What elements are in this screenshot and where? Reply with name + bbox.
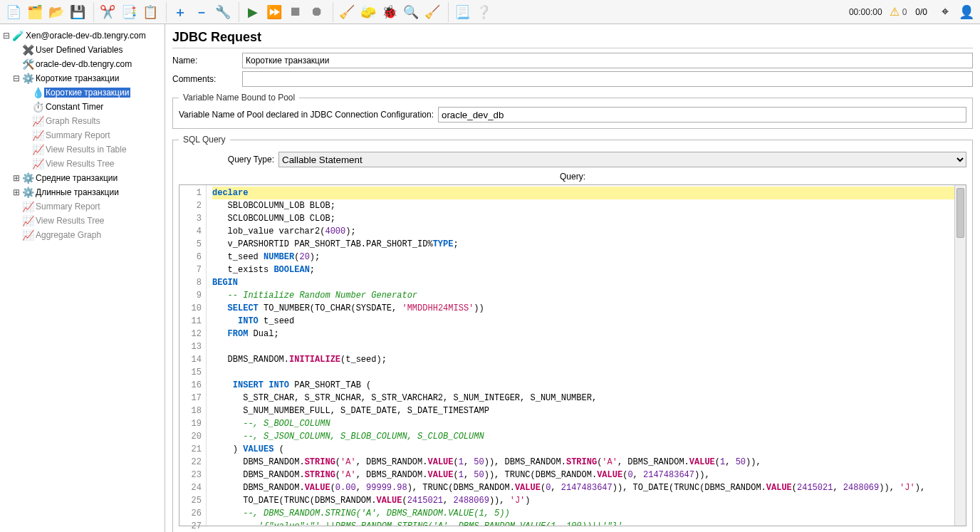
tree-node[interactable]: 📈Aggregate Graph — [0, 228, 165, 242]
graph-icon: 📈 — [31, 158, 44, 169]
user-button[interactable]: 👤 — [956, 1, 977, 23]
tree-node[interactable]: ✖️User Defined Variables — [0, 43, 165, 57]
search-button[interactable]: 🔍 — [400, 1, 422, 23]
code-area[interactable]: declare SBLOBCOLUMN_LOB BLOB; SCLOBCOLUM… — [207, 185, 954, 526]
tree-node-label: View Results in Table — [44, 145, 127, 155]
tree-node-label: Средние транзакции — [34, 173, 118, 183]
copy-button[interactable]: 📑 — [118, 1, 140, 23]
graph-icon: 📈 — [31, 144, 44, 155]
comments-label: Comments: — [172, 74, 242, 84]
elapsed-time: 00:00:00 — [849, 7, 882, 17]
thread-icon: ⚙️ — [21, 187, 34, 198]
sampler-icon: 💧 — [31, 87, 44, 98]
graph-icon: 📈 — [21, 201, 34, 212]
expand-button[interactable]: ⌖ — [934, 1, 956, 23]
tree-node[interactable]: 📈View Results in Table — [0, 142, 165, 157]
name-label: Name: — [172, 56, 242, 66]
thread-count: 0/0 — [915, 7, 927, 17]
tree-node[interactable]: 💧Короткие транзакции — [0, 85, 165, 100]
toolbar-separator — [162, 2, 167, 22]
sql-query-legend: SQL Query — [179, 135, 230, 145]
tree-node-label: Constant Timer — [44, 102, 103, 112]
timer-icon: ⏱️ — [31, 101, 44, 113]
expand-toggle[interactable]: ⊟ — [11, 73, 21, 83]
sql-query-fieldset: SQL Query Query Type: Callable Statement… — [172, 135, 973, 532]
open-button[interactable]: 📂 — [46, 1, 67, 23]
start-no-pauses-button[interactable]: ⏩ — [264, 1, 285, 23]
toolbar-separator — [444, 2, 449, 22]
templates-button[interactable]: 🗂️ — [24, 1, 46, 23]
tree-node[interactable]: 📈Summary Report — [0, 199, 165, 214]
pool-name-label: Variable Name of Pool declared in JDBC C… — [179, 110, 438, 120]
query-type-label: Query Type: — [179, 155, 278, 165]
clear-all-button[interactable]: 🧹 — [336, 1, 358, 23]
warning-indicator[interactable]: ⚠ 0 — [890, 5, 907, 19]
editor-title: JDBC Request — [172, 30, 973, 48]
variable-pool-legend: Variable Name Bound to Pool — [179, 93, 299, 103]
tree-node[interactable]: 📈View Results Tree — [0, 157, 165, 171]
element-editor: JDBC Request Name: Comments: Variable Na… — [165, 24, 980, 532]
paste-button[interactable]: 📋 — [140, 1, 161, 23]
name-input[interactable] — [242, 53, 973, 68]
expand-toggle[interactable]: ⊞ — [11, 173, 21, 183]
tree-node[interactable]: 📈View Results Tree — [0, 214, 165, 228]
tree-node-label: Graph Results — [44, 116, 100, 126]
clear-button[interactable]: 🧽 — [358, 1, 379, 23]
test-plan-tree[interactable]: ⊟🧪Xen@oracle-dev-db.tengry.com✖️User Def… — [0, 24, 165, 532]
line-gutter: 1234567891011121314151617181920212223242… — [179, 185, 207, 526]
warning-icon: ⚠ — [890, 5, 900, 19]
minus-button[interactable]: － — [191, 1, 212, 23]
tree-node[interactable]: ⊟⚙️Короткие транзакции — [0, 71, 165, 85]
broom-button[interactable]: 🧹 — [422, 1, 443, 23]
graph-icon: 📈 — [31, 130, 44, 141]
options-button[interactable]: 📃 — [452, 1, 473, 23]
tree-node-label: Короткие транзакции — [44, 88, 130, 98]
cut-button[interactable]: ✂️ — [97, 1, 118, 23]
query-label: Query: — [179, 170, 966, 184]
tree-node[interactable]: ⏱️Constant Timer — [0, 100, 165, 114]
thread-icon: ⚙️ — [21, 172, 34, 184]
tree-node-label: Aggregate Graph — [34, 230, 101, 240]
toolbar-separator — [235, 2, 239, 22]
tree-node[interactable]: 📈Summary Report — [0, 128, 165, 142]
gear-icon: 🛠️ — [21, 58, 34, 70]
plus-button[interactable]: ＋ — [170, 1, 191, 23]
help-button[interactable]: ❔ — [473, 1, 494, 23]
sql-editor[interactable]: 1234567891011121314151617181920212223242… — [179, 184, 966, 526]
tree-node[interactable]: 📈Graph Results — [0, 114, 165, 128]
graph-icon: 📈 — [31, 115, 44, 127]
query-type-select[interactable]: Callable Statement — [278, 152, 966, 167]
tree-node-label: Xen@oracle-dev-db.tengry.com — [24, 31, 146, 41]
save-button[interactable]: 💾 — [67, 1, 88, 23]
scrollbar-thumb[interactable] — [956, 188, 964, 238]
tree-node[interactable]: ⊟🧪Xen@oracle-dev-db.tengry.com — [0, 28, 165, 43]
tree-node-label: oracle-dev-db.tengry.com — [34, 59, 132, 69]
stop-button[interactable]: ⏹ — [285, 1, 306, 23]
vertical-scrollbar[interactable] — [954, 185, 966, 526]
pool-name-input[interactable] — [438, 107, 966, 122]
vars-icon: ✖️ — [21, 44, 34, 56]
tree-node-label: User Defined Variables — [34, 45, 123, 55]
graph-icon: 📈 — [21, 229, 34, 241]
shutdown-button[interactable]: ⏺ — [306, 1, 328, 23]
comments-input[interactable] — [242, 71, 973, 87]
tree-node-label: View Results Tree — [44, 159, 115, 169]
gear-button[interactable]: 🔧 — [212, 1, 234, 23]
toolbar: 📄 🗂️ 📂 💾 ✂️ 📑 📋 ＋ － 🔧 ▶ ⏩ ⏹ ⏺ 🧹 🧽 🐞 🔍 🧹 … — [0, 0, 980, 24]
expand-toggle[interactable]: ⊞ — [11, 187, 21, 197]
tree-node[interactable]: 🛠️oracle-dev-db.tengry.com — [0, 57, 165, 71]
thread-icon: ⚙️ — [21, 73, 34, 84]
tree-node-label: Длинные транзакции — [34, 187, 119, 197]
tree-node[interactable]: ⊞⚙️Длинные транзакции — [0, 185, 165, 199]
tree-node-label: Summary Report — [44, 130, 110, 140]
variable-pool-fieldset: Variable Name Bound to Pool Variable Nam… — [172, 93, 973, 129]
tree-node-label: Summary Report — [34, 202, 100, 212]
warning-count: 0 — [902, 7, 907, 17]
tree-node-label: Короткие транзакции — [34, 73, 119, 83]
toolbar-separator — [329, 2, 333, 22]
bug-button[interactable]: 🐞 — [379, 1, 400, 23]
new-file-button[interactable]: 📄 — [3, 1, 24, 23]
start-button[interactable]: ▶ — [242, 1, 264, 23]
tree-node[interactable]: ⊞⚙️Средние транзакции — [0, 171, 165, 185]
expand-toggle[interactable]: ⊟ — [1, 31, 11, 41]
